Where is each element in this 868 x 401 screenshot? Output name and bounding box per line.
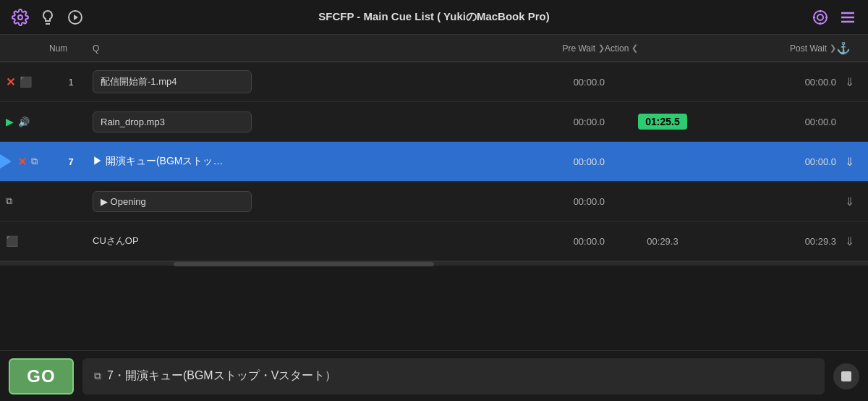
table-header: Num Q Pre Wait ❯ Action ❮ Post Wait ❯ ⚓ xyxy=(0,35,868,62)
copy-icon: ⧉ xyxy=(31,156,38,167)
cue-label: ⧉ 7・開演キュー(BGMストップ・Vスタート） xyxy=(82,358,825,394)
cue-copy-icon: ⧉ xyxy=(94,370,101,382)
stop-button[interactable] xyxy=(833,363,859,389)
pre-wait-label: Pre Wait xyxy=(562,43,595,54)
row2-action: 01:25.5 xyxy=(605,114,720,130)
row1-dl: ⇓ xyxy=(836,75,862,89)
list-button[interactable] xyxy=(839,9,856,26)
bottom-bar: GO ⧉ 7・開演キュー(BGMストップ・Vスタート） xyxy=(0,350,868,401)
post-wait-arrow[interactable]: ❯ xyxy=(830,43,836,53)
table-row[interactable]: ✕ ⬛ 1 配信開始前-1.mp4 00:00.0 00:00.0 ⇓ xyxy=(0,62,868,102)
row1-q: 配信開始前-1.mp4 xyxy=(93,70,489,93)
row9-action: 00:29.3 xyxy=(605,236,720,247)
svg-point-4 xyxy=(817,14,823,20)
stop-icon xyxy=(841,371,851,381)
go-button[interactable]: GO xyxy=(9,358,74,394)
table-row[interactable]: ⬛ CUさんOP 00:00.0 00:29.3 00:29.3 ⇓ xyxy=(0,221,868,261)
row8-status: ⧉ xyxy=(6,195,49,207)
svg-point-3 xyxy=(814,11,827,24)
row8-dl: ⇓ xyxy=(836,195,862,208)
row7-post-wait: 00:00.0 xyxy=(720,156,836,167)
row7-num: 7 xyxy=(49,156,93,167)
action-arrow[interactable]: ❮ xyxy=(631,43,638,53)
row2-q-text: Rain_drop.mp3 xyxy=(93,111,252,132)
audio-icon: 🔊 xyxy=(18,117,30,127)
col-header-post-wait: Post Wait ❯ xyxy=(720,43,836,54)
row7-dl: ⇓ xyxy=(836,155,862,169)
row2-q: Rain_drop.mp3 xyxy=(93,111,489,132)
row2-post-wait: 00:00.0 xyxy=(720,117,836,127)
action-highlight: 01:25.5 xyxy=(638,114,686,130)
table-row[interactable]: ✕ ⧉ 7 ▶ 開演キュー(BGMストッ… 00:00.0 00:00.0 ⇓ xyxy=(0,142,868,182)
target-button[interactable] xyxy=(812,9,829,26)
row9-pre-wait: 00:00.0 xyxy=(489,236,605,247)
row8-pre-wait: 00:00.0 xyxy=(489,196,605,207)
row1-num: 1 xyxy=(49,77,93,88)
post-wait-label: Post Wait xyxy=(790,43,827,54)
row7-q: ▶ 開演キュー(BGMストッ… xyxy=(93,155,489,168)
table-row[interactable]: ▶ 🔊 Rain_drop.mp3 00:00.0 01:25.5 00:00.… xyxy=(0,102,868,142)
row7-status: ✕ ⧉ xyxy=(6,155,49,169)
gear-button[interactable] xyxy=(12,9,29,26)
copy-icon: ⧉ xyxy=(6,195,12,207)
action-label: Action xyxy=(605,43,629,54)
bulb-button[interactable] xyxy=(39,9,56,26)
svg-marker-2 xyxy=(74,14,78,20)
play-circle-button[interactable] xyxy=(67,9,84,26)
col-header-pre-wait: Pre Wait ❯ xyxy=(489,43,605,54)
pre-wait-arrow[interactable]: ❯ xyxy=(598,43,605,53)
anchor-icon: ⚓ xyxy=(836,41,851,55)
col-header-dl: ⚓ xyxy=(836,41,862,55)
film-icon: ⬛ xyxy=(6,235,18,247)
row8-q: ▶ Opening xyxy=(93,191,489,212)
row1-post-wait: 00:00.0 xyxy=(720,77,836,88)
row1-q-text: 配信開始前-1.mp4 xyxy=(93,70,252,93)
row1-pre-wait: 00:00.0 xyxy=(489,77,605,88)
table-body: ✕ ⬛ 1 配信開始前-1.mp4 00:00.0 00:00.0 ⇓ ▶ 🔊 … xyxy=(0,62,868,261)
row2-status: ▶ 🔊 xyxy=(6,116,49,127)
toolbar-right xyxy=(812,9,856,26)
toolbar-left xyxy=(12,9,84,26)
row8-q-text: ▶ Opening xyxy=(93,191,252,212)
play-icon: ▶ xyxy=(6,116,14,127)
col-header-q: Q xyxy=(93,43,489,54)
row9-status: ⬛ xyxy=(6,235,49,247)
row2-pre-wait: 00:00.0 xyxy=(489,117,605,127)
download-icon: ⇓ xyxy=(845,195,854,208)
col-header-action: Action ❮ xyxy=(605,43,720,54)
svg-point-0 xyxy=(18,15,22,20)
error-icon: ✕ xyxy=(17,155,27,169)
page-title: SFCFP - Main Cue List ( YukiのMacBook Pro… xyxy=(318,10,550,24)
download-icon: ⇓ xyxy=(845,235,854,248)
row9-post-wait: 00:29.3 xyxy=(720,236,836,247)
row9-dl: ⇓ xyxy=(836,235,862,248)
toolbar: SFCFP - Main Cue List ( YukiのMacBook Pro… xyxy=(0,0,868,35)
film-icon: ⬛ xyxy=(20,76,32,88)
table-row[interactable]: ⧉ ▶ Opening 00:00.0 ⇓ xyxy=(0,182,868,221)
download-icon: ⇓ xyxy=(845,75,854,89)
row1-status: ✕ ⬛ xyxy=(6,75,49,89)
col-header-num: Num xyxy=(49,43,93,54)
row7-pre-wait: 00:00.0 xyxy=(489,156,605,167)
row9-q: CUさんOP xyxy=(93,235,489,248)
download-icon: ⇓ xyxy=(845,155,854,169)
current-row-pointer xyxy=(0,154,12,169)
error-icon: ✕ xyxy=(6,75,15,89)
